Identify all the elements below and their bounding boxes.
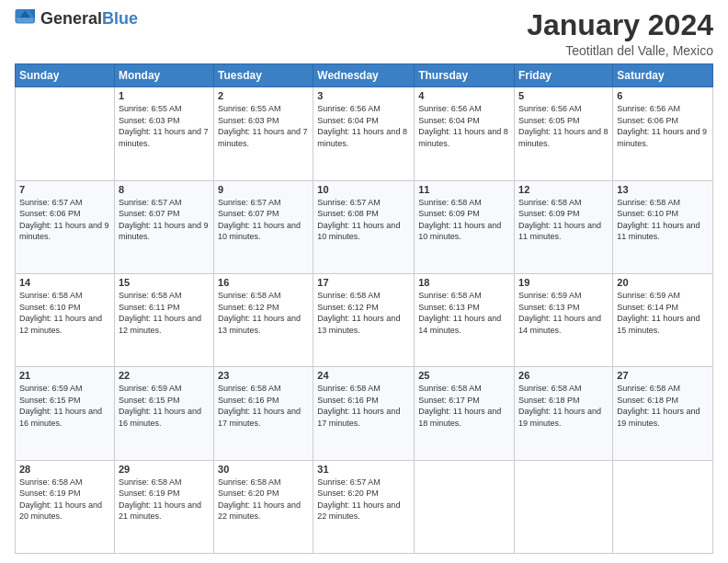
day-number: 29 (119, 464, 210, 475)
week-row-0: 1 Sunrise: 6:55 AMSunset: 6:03 PMDayligh… (16, 87, 713, 180)
day-number: 23 (218, 370, 309, 381)
day-number: 13 (617, 184, 709, 195)
day-info: Sunrise: 6:59 AMSunset: 6:15 PMDaylight:… (119, 383, 210, 429)
day-info: Sunrise: 6:58 AMSunset: 6:16 PMDaylight:… (317, 383, 410, 429)
table-row: 31 Sunrise: 6:57 AMSunset: 6:20 PMDaylig… (313, 460, 415, 553)
day-number: 7 (19, 184, 110, 195)
table-row: 17 Sunrise: 6:58 AMSunset: 6:12 PMDaylig… (313, 273, 415, 366)
table-row: 21 Sunrise: 6:59 AMSunset: 6:15 PMDaylig… (16, 367, 115, 460)
table-row: 23 Sunrise: 6:58 AMSunset: 6:16 PMDaylig… (214, 367, 313, 460)
col-tuesday: Tuesday (214, 64, 313, 87)
table-row (515, 460, 613, 553)
day-number: 25 (418, 370, 510, 381)
day-info: Sunrise: 6:58 AMSunset: 6:10 PMDaylight:… (617, 197, 709, 243)
day-info: Sunrise: 6:58 AMSunset: 6:13 PMDaylight:… (418, 290, 510, 336)
title-block: January 2024 Teotitlan del Valle, Mexico (527, 9, 713, 58)
table-row: 28 Sunrise: 6:58 AMSunset: 6:19 PMDaylig… (16, 460, 115, 553)
day-number: 10 (317, 184, 410, 195)
col-wednesday: Wednesday (313, 64, 415, 87)
day-number: 5 (518, 90, 609, 101)
table-row (16, 87, 115, 180)
day-info: Sunrise: 6:58 AMSunset: 6:11 PMDaylight:… (119, 290, 210, 336)
day-number: 3 (317, 90, 410, 101)
table-row: 20 Sunrise: 6:59 AMSunset: 6:14 PMDaylig… (613, 273, 713, 366)
day-info: Sunrise: 6:58 AMSunset: 6:10 PMDaylight:… (19, 290, 110, 336)
day-number: 24 (317, 370, 410, 381)
day-info: Sunrise: 6:58 AMSunset: 6:12 PMDaylight:… (317, 290, 410, 336)
day-info: Sunrise: 6:58 AMSunset: 6:18 PMDaylight:… (617, 383, 709, 429)
table-row: 12 Sunrise: 6:58 AMSunset: 6:09 PMDaylig… (515, 180, 613, 273)
table-row: 18 Sunrise: 6:58 AMSunset: 6:13 PMDaylig… (415, 273, 515, 366)
day-number: 21 (19, 370, 110, 381)
day-number: 28 (19, 464, 110, 475)
logo: GeneralBlue (15, 9, 138, 28)
col-saturday: Saturday (613, 64, 713, 87)
table-row: 14 Sunrise: 6:58 AMSunset: 6:10 PMDaylig… (16, 273, 115, 366)
day-number: 2 (218, 90, 309, 101)
day-number: 15 (119, 277, 210, 288)
day-number: 6 (617, 90, 709, 101)
logo-blue: Blue (102, 9, 138, 28)
day-number: 18 (418, 277, 510, 288)
table-row: 4 Sunrise: 6:56 AMSunset: 6:04 PMDayligh… (415, 87, 515, 180)
table-row: 16 Sunrise: 6:58 AMSunset: 6:12 PMDaylig… (214, 273, 313, 366)
col-monday: Monday (114, 64, 213, 87)
table-row: 26 Sunrise: 6:58 AMSunset: 6:18 PMDaylig… (515, 367, 613, 460)
col-friday: Friday (515, 64, 613, 87)
day-number: 22 (119, 370, 210, 381)
day-info: Sunrise: 6:57 AMSunset: 6:20 PMDaylight:… (317, 477, 410, 523)
day-info: Sunrise: 6:57 AMSunset: 6:06 PMDaylight:… (19, 197, 110, 243)
table-row: 24 Sunrise: 6:58 AMSunset: 6:16 PMDaylig… (313, 367, 415, 460)
table-row (613, 460, 713, 553)
table-row: 10 Sunrise: 6:57 AMSunset: 6:08 PMDaylig… (313, 180, 415, 273)
day-info: Sunrise: 6:59 AMSunset: 6:13 PMDaylight:… (518, 290, 609, 336)
svg-rect-2 (17, 17, 33, 22)
day-info: Sunrise: 6:59 AMSunset: 6:15 PMDaylight:… (19, 383, 110, 429)
calendar-subtitle: Teotitlan del Valle, Mexico (527, 43, 713, 58)
day-info: Sunrise: 6:56 AMSunset: 6:05 PMDaylight:… (518, 103, 609, 149)
week-row-2: 14 Sunrise: 6:58 AMSunset: 6:10 PMDaylig… (16, 273, 713, 366)
table-row: 30 Sunrise: 6:58 AMSunset: 6:20 PMDaylig… (214, 460, 313, 553)
day-info: Sunrise: 6:56 AMSunset: 6:06 PMDaylight:… (617, 103, 709, 149)
table-row: 13 Sunrise: 6:58 AMSunset: 6:10 PMDaylig… (613, 180, 713, 273)
logo-general: General (40, 9, 102, 28)
logo-icon (15, 9, 37, 28)
day-number: 19 (518, 277, 609, 288)
day-info: Sunrise: 6:58 AMSunset: 6:20 PMDaylight:… (218, 477, 309, 523)
day-number: 8 (119, 184, 210, 195)
day-number: 20 (617, 277, 709, 288)
day-number: 17 (317, 277, 410, 288)
day-info: Sunrise: 6:58 AMSunset: 6:18 PMDaylight:… (518, 383, 609, 429)
table-row: 5 Sunrise: 6:56 AMSunset: 6:05 PMDayligh… (515, 87, 613, 180)
day-info: Sunrise: 6:56 AMSunset: 6:04 PMDaylight:… (418, 103, 510, 149)
day-number: 11 (418, 184, 510, 195)
col-sunday: Sunday (16, 64, 115, 87)
day-number: 27 (617, 370, 709, 381)
day-info: Sunrise: 6:58 AMSunset: 6:12 PMDaylight:… (218, 290, 309, 336)
day-number: 16 (218, 277, 309, 288)
table-row: 1 Sunrise: 6:55 AMSunset: 6:03 PMDayligh… (114, 87, 213, 180)
week-row-3: 21 Sunrise: 6:59 AMSunset: 6:15 PMDaylig… (16, 367, 713, 460)
day-info: Sunrise: 6:58 AMSunset: 6:19 PMDaylight:… (119, 477, 210, 523)
day-info: Sunrise: 6:58 AMSunset: 6:19 PMDaylight:… (19, 477, 110, 523)
table-row: 29 Sunrise: 6:58 AMSunset: 6:19 PMDaylig… (114, 460, 213, 553)
week-row-4: 28 Sunrise: 6:58 AMSunset: 6:19 PMDaylig… (16, 460, 713, 553)
header: GeneralBlue January 2024 Teotitlan del V… (15, 9, 713, 58)
day-info: Sunrise: 6:58 AMSunset: 6:16 PMDaylight:… (218, 383, 309, 429)
table-row: 2 Sunrise: 6:55 AMSunset: 6:03 PMDayligh… (214, 87, 313, 180)
day-info: Sunrise: 6:55 AMSunset: 6:03 PMDaylight:… (119, 103, 210, 149)
table-row: 6 Sunrise: 6:56 AMSunset: 6:06 PMDayligh… (613, 87, 713, 180)
day-number: 9 (218, 184, 309, 195)
table-row: 3 Sunrise: 6:56 AMSunset: 6:04 PMDayligh… (313, 87, 415, 180)
calendar-title: January 2024 (527, 9, 713, 41)
table-row: 7 Sunrise: 6:57 AMSunset: 6:06 PMDayligh… (16, 180, 115, 273)
col-thursday: Thursday (415, 64, 515, 87)
table-row: 19 Sunrise: 6:59 AMSunset: 6:13 PMDaylig… (515, 273, 613, 366)
header-row: Sunday Monday Tuesday Wednesday Thursday… (16, 64, 713, 87)
day-number: 1 (119, 90, 210, 101)
day-info: Sunrise: 6:59 AMSunset: 6:14 PMDaylight:… (617, 290, 709, 336)
calendar-table: Sunday Monday Tuesday Wednesday Thursday… (15, 63, 713, 554)
week-row-1: 7 Sunrise: 6:57 AMSunset: 6:06 PMDayligh… (16, 180, 713, 273)
day-info: Sunrise: 6:55 AMSunset: 6:03 PMDaylight:… (218, 103, 309, 149)
day-info: Sunrise: 6:58 AMSunset: 6:09 PMDaylight:… (518, 197, 609, 243)
